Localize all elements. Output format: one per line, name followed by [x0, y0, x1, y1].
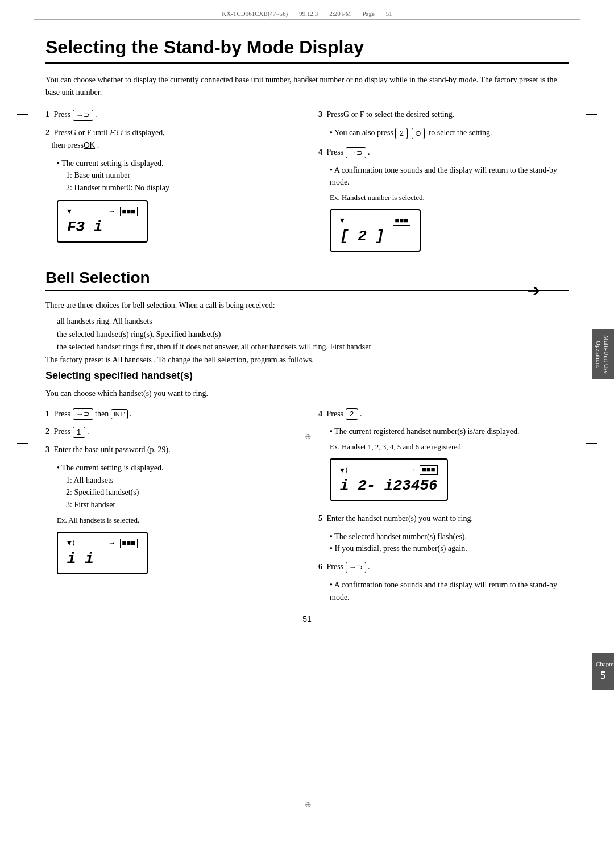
chapter-sidebar-tab: Multi-Unit Use Operations	[592, 329, 614, 379]
bell-step6: 6 Press →⊃ .	[318, 561, 569, 573]
bell-step4-bullet: The current registered handset number(s)…	[330, 425, 569, 438]
doc-date: 99.12.3	[299, 10, 318, 17]
bell-step5-bullet1: The selected handset number(s) flash(es)…	[330, 531, 569, 543]
page-num-header: 51	[386, 10, 392, 17]
step4-text: Press	[327, 148, 344, 156]
step4-num: 4	[318, 148, 322, 156]
left-margin-mark-1	[17, 114, 28, 115]
section1-two-col: 1 Press →⊃ . 2 PressG or F until F3 i is…	[45, 108, 569, 257]
lcd-display-2: ▼ ■■■ [ 2 ]	[330, 209, 421, 252]
chapter-number-tab: Chapter 5	[592, 653, 614, 690]
bell-sub2: 2: Specified handset(s)	[66, 486, 296, 499]
bell-step2: 2 Press 1 .	[45, 425, 296, 438]
lcd1-arrow: →	[110, 207, 114, 216]
bell-sub1: 1: All handsets	[66, 474, 296, 487]
step2: 2 PressG or F until F3 i is displayed, t…	[45, 127, 296, 151]
step3: 3 PressG or F to select the desired sett…	[318, 108, 569, 121]
lcd2-main: [ 2 ]	[340, 228, 410, 245]
sidebar-text1: Multi-Unit Use	[603, 335, 610, 374]
lcd3-main: i i	[67, 550, 138, 567]
bell-step4: 4 Press 2 .	[318, 408, 569, 420]
section2-right-col: 4 Press 2 . The current registered hands…	[318, 408, 569, 604]
bell-step1-text: Press	[54, 410, 71, 418]
lcd4-main: i 2- i23456	[340, 477, 438, 494]
step2-sub2: 2: Handset number0: No display	[66, 182, 296, 194]
lcd-display-3: ▼⟨ → ■■■ i i	[57, 532, 148, 574]
chapter-tab-number: 5	[596, 669, 611, 683]
right-margin-mark-1	[586, 114, 597, 115]
key-circle: ⊙	[412, 128, 425, 139]
lcd1-signal: ▼	[67, 207, 72, 216]
key-2: 2	[395, 128, 408, 139]
bell-step6-text: Press	[327, 562, 344, 571]
section2-left-col: 1 Press →⊃ then INT' . 2 Press 1 . 3	[45, 408, 296, 604]
lcd-display-4: ▼⟨ → ■■■ i 2- i23456	[330, 458, 448, 501]
step1-key: →⊃	[73, 110, 93, 121]
doc-time: 2:20 PM	[329, 10, 351, 17]
crosshair-mid	[305, 432, 316, 443]
choice3: the selected handset rings first, then i…	[57, 341, 569, 353]
step2-bullet: The current setting is displayed.	[57, 157, 296, 170]
page-label: Page	[362, 10, 374, 17]
bell-step1: 1 Press →⊃ then INT' .	[45, 408, 296, 420]
lcd1-battery: ■■■	[120, 207, 138, 216]
ex1-label: Ex. Handset number is selected.	[330, 193, 569, 202]
step3-num: 3	[318, 110, 322, 119]
bell-intro: There are three choices for bell selecti…	[45, 299, 569, 312]
section1-right-col: 3 PressG or F to select the desired sett…	[318, 108, 569, 257]
lcd2-battery: ■■■	[393, 216, 410, 226]
choice1: all handsets ring. All handsets	[57, 315, 569, 328]
factory-preset: The factory preset is All handsets . To …	[45, 354, 569, 366]
crosshair-bottom	[305, 800, 316, 811]
step4: 4 Press →⊃ .	[318, 146, 569, 158]
lcd4-battery: ■■■	[420, 465, 437, 475]
bell-step5-num: 5	[318, 514, 322, 523]
bell-step5-text: Enter the handset number(s) you want to …	[327, 514, 473, 523]
lcd2-top-row: ▼ ■■■	[340, 216, 410, 226]
lcd1-main: F3 i	[67, 219, 138, 236]
left-margin-mark-2	[17, 443, 28, 444]
step4-bullet: A confirmation tone sounds and the displ…	[330, 164, 569, 189]
step1-text: Press	[54, 110, 71, 119]
lcd3-signal: ▼⟨	[67, 539, 76, 548]
bell-step2-text: Press	[54, 427, 71, 436]
step3-bullet: You can also press 2 ⊙ to select the set…	[330, 127, 569, 139]
bell-step4-key: 2	[346, 408, 358, 420]
bell-step5-bullet2: If you misdial, press the number(s) agai…	[330, 542, 569, 555]
lcd2-signal: ▼	[340, 216, 345, 225]
bell-step5: 5 Enter the handset number(s) you want t…	[318, 512, 569, 525]
chapter-tab-label: Chapter	[596, 660, 611, 669]
page-wrapper: KX-TCD961CXB(47~56) 99.12.3 2:20 PM Page…	[0, 0, 614, 868]
page-title: Selecting the Stand-by Mode Display	[45, 37, 569, 64]
step3-text: PressG or F to select the desired settin…	[327, 110, 455, 119]
sub-heading: Selecting specified handset(s)	[45, 370, 569, 382]
ex3-label: Ex. Handset 1, 2, 3, 4, 5 and 6 are regi…	[330, 443, 569, 452]
bell-step1-num: 1	[45, 410, 49, 418]
lcd4-arrow: →	[409, 466, 414, 474]
bell-step4-num: 4	[318, 410, 322, 418]
bell-step2-num: 2	[45, 427, 49, 436]
main-content: Selecting the Stand-by Mode Display You …	[0, 31, 614, 646]
step1-num: 1	[45, 110, 49, 119]
sidebar-text2: Operations	[595, 341, 602, 368]
bell-step4-text: Press	[327, 410, 344, 418]
lcd3-arrow: →	[110, 539, 114, 548]
lcd4-signal: ▼⟨	[340, 466, 349, 475]
sub-intro: You can choose which handset(s) you want…	[45, 387, 569, 400]
lcd4-top-row: ▼⟨ → ■■■	[340, 465, 438, 475]
bell-step2-key: 1	[73, 427, 85, 438]
top-header: KX-TCD961CXB(47~56) 99.12.3 2:20 PM Page…	[0, 0, 614, 31]
bell-sub3: 3: First handset	[66, 499, 296, 511]
page-number: 51	[45, 615, 569, 624]
lcd3-battery: ■■■	[120, 539, 138, 548]
bell-step1-key: →⊃	[73, 408, 93, 420]
step2-text: PressG or F until F3 i is displayed, the…	[45, 128, 165, 149]
bell-step3-text: Enter the base unit password (p. 29).	[54, 445, 171, 454]
bell-step3: 3 Enter the base unit password (p. 29).	[45, 444, 296, 456]
bell-step3-bullet: The current setting is displayed.	[57, 462, 296, 474]
lcd3-top-row: ▼⟨ → ■■■	[67, 539, 138, 548]
section2-title: Bell Selection	[45, 269, 569, 291]
lcd-display-1: ▼ → ■■■ F3 i	[57, 200, 148, 243]
bell-step3-num: 3	[45, 445, 49, 454]
bell-step6-key: →⊃	[346, 562, 366, 573]
